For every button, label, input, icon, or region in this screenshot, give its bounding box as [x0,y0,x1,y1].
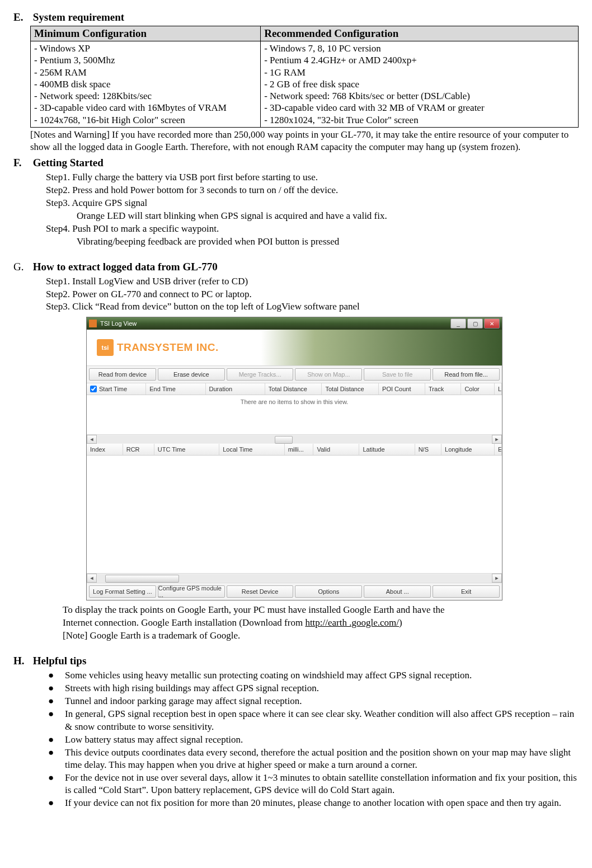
select-all-checkbox[interactable] [90,386,97,392]
col-rcr[interactable]: RCR [123,444,154,455]
warning-note: [Notes and Warning] If you have recorded… [30,129,579,153]
rec-item: - 3D-capable video card with 32 MB of VR… [264,102,575,114]
brand-text: TRANSYSTEM INC. [117,341,219,354]
rec-config-cell: - Windows 7, 8, 10 PC version - Pentium … [261,41,579,128]
scroll-right-icon[interactable]: ► [492,435,502,444]
brand-logo-icon: tsi [97,339,114,356]
col-index[interactable]: Index [87,444,123,455]
col-line[interactable]: Line [495,383,502,395]
scroll-left-icon[interactable]: ◄ [87,574,97,583]
maximize-button[interactable]: ▢ [467,318,483,329]
section-e-heading: E. System requirement [13,11,579,24]
options-button[interactable]: Options [295,585,362,598]
col-utc-time[interactable]: UTC Time [154,444,219,455]
section-g-title: How to extract logged data from GL-770 [33,261,218,273]
col-poi-count[interactable]: POI Count [379,383,425,395]
scroll-right-icon[interactable]: ► [492,574,502,583]
section-h-letter: H. [13,655,30,667]
scroll-track[interactable] [97,435,491,443]
section-h-title: Helpful tips [33,655,87,667]
tip-item: ●If your device can not fix position for… [46,797,579,809]
exit-button[interactable]: Exit [433,585,500,598]
tip-item: ●This device outputs coordinates data ev… [46,747,579,771]
close-button[interactable]: ✕ [484,318,500,329]
read-from-device-button[interactable]: Read from device [89,368,156,381]
scroll-thumb[interactable] [105,575,179,583]
min-item: - 1024x768, "16-bit High Color" screen [34,114,257,126]
col-local-time[interactable]: Local Time [219,444,284,455]
rec-config-header: Recommended Configuration [261,26,579,41]
min-item: - Windows XP [34,43,257,54]
bottom-list-panel [87,456,502,573]
bottom-toolbar: Log Format Setting ... Configure GPS mod… [87,583,502,600]
bottom-column-headers: Index RCR UTC Time Local Time milli... V… [87,444,502,456]
empty-list-text: There are no items to show in this view. [87,395,502,405]
google-earth-link[interactable]: http://earth .google.com/ [305,617,399,628]
min-config-header: Minimum Configuration [31,26,261,41]
about-button[interactable]: About ... [364,585,431,598]
g-steps: Step1. Install LogView and USB driver (r… [46,275,579,314]
section-f-letter: F. [13,157,30,169]
section-e-letter: E. [13,11,30,24]
minimize-button[interactable]: _ [450,318,466,329]
col-color[interactable]: Color [461,383,495,395]
window-title: TSI Log View [100,320,137,327]
col-track[interactable]: Track [425,383,461,395]
col-total-distance-1[interactable]: Total Distance [265,383,322,395]
col-milli[interactable]: milli... [285,444,314,455]
min-item: - 400MB disk space [34,78,257,90]
log-format-setting-button[interactable]: Log Format Setting ... [89,585,156,598]
scroll-track[interactable] [97,574,491,582]
min-item: - Pentium 3, 500Mhz [34,54,257,66]
col-valid[interactable]: Valid [313,444,359,455]
system-requirements-table: Minimum Configuration Recommended Config… [30,26,579,128]
col-end-time[interactable]: End Time [146,383,205,395]
g-after-line3: [Note] Google Earth is a trademark of Go… [63,630,579,642]
bottom-horizontal-scrollbar[interactable]: ◄ ► [87,573,502,583]
configure-gps-button[interactable]: Configure GPS module ... [158,585,225,598]
tip-item: ●Some vehicles using heavy metallic sun … [46,669,579,682]
col-latitude[interactable]: Latitude [359,444,415,455]
section-f-heading: F. Getting Started [13,157,579,169]
section-g-heading: G. How to extract logged data from GL-77… [13,261,579,273]
rec-item: - 1G RAM [264,67,575,78]
bullet-icon: ● [46,797,65,809]
logview-screenshot: TSI Log View _ ▢ ✕ tsi TRANSYSTEM INC. R… [86,317,502,600]
read-from-file-button[interactable]: Read from file... [433,368,500,381]
tip-item: ●For the device not in use over several … [46,772,579,796]
bullet-icon: ● [46,734,65,746]
col-longitude[interactable]: Longitude [441,444,495,455]
f-step3-sub: Orange LED will start blinking when GPS … [46,210,579,223]
save-to-file-button[interactable]: Save to file [364,368,431,381]
f-step4-sub: Vibrating/beeping feedback are provided … [46,236,579,248]
col-ns[interactable]: N/S [415,444,441,455]
show-on-map-button[interactable]: Show on Map... [295,368,362,381]
merge-tracks-button[interactable]: Merge Tracks... [227,368,294,381]
col-duration[interactable]: Duration [206,383,265,395]
window-titlebar[interactable]: TSI Log View _ ▢ ✕ [87,317,502,330]
scroll-thumb[interactable] [275,436,293,444]
g-after-text: To display the track points on Google Ea… [63,604,579,642]
g-after-line1: To display the track points on Google Ea… [63,604,579,617]
f-step4: Step4. Push POI to mark a specific waypo… [46,223,579,236]
bullet-icon: ● [46,682,65,695]
helpful-tips-list: ●Some vehicles using heavy metallic sun … [46,669,579,809]
section-f-title: Getting Started [33,157,104,168]
scroll-left-icon[interactable]: ◄ [87,435,97,444]
g-step1: Step1. Install LogView and USB driver (r… [46,275,579,288]
erase-device-button[interactable]: Erase device [158,368,225,381]
reset-device-button[interactable]: Reset Device [227,585,294,598]
min-item: - 256M RAM [34,67,257,78]
f-step1: Step1. Fully charge the battery via USB … [46,171,579,184]
f-step2: Step2. Press and hold Power bottom for 3… [46,184,579,197]
col-start-time[interactable]: Start Time [87,383,146,395]
bullet-icon: ● [46,708,65,733]
col-ew[interactable]: E/ [495,444,502,455]
col-total-distance-2[interactable]: Total Distance [322,383,379,395]
top-list-panel: There are no items to show in this view. [87,395,502,434]
f-steps: Step1. Fully charge the battery via USB … [46,171,579,248]
min-config-cell: - Windows XP - Pentium 3, 500Mhz - 256M … [31,41,261,128]
top-toolbar: Read from device Erase device Merge Trac… [87,365,502,383]
bullet-icon: ● [46,747,65,771]
top-horizontal-scrollbar[interactable]: ◄ ► [87,434,502,444]
